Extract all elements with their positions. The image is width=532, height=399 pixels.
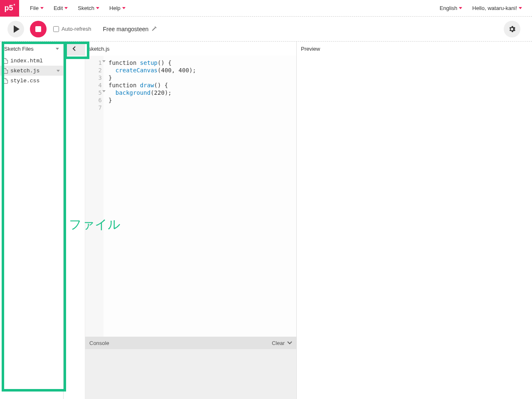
caret-down-icon <box>64 7 68 9</box>
pencil-icon <box>151 26 157 32</box>
code-editor[interactable]: 1234567 function setup() { createCanvas(… <box>85 56 296 337</box>
code-content[interactable]: function setup() { createCanvas(400, 400… <box>103 56 296 337</box>
preview-header: Preview <box>297 42 532 56</box>
logo-text: p5 <box>5 4 13 12</box>
menu-help-label: Help <box>109 5 121 11</box>
editor-tab[interactable]: sketch.js <box>89 46 110 52</box>
play-button[interactable] <box>7 21 24 37</box>
menu-edit-label: Edit <box>54 5 63 11</box>
autorefresh-checkbox[interactable] <box>53 26 59 32</box>
editor-tabbar: sketch.js <box>85 42 296 56</box>
file-name: style.css <box>10 78 39 84</box>
caret-down-icon <box>519 7 522 9</box>
autorefresh-toggle[interactable]: Auto-refresh <box>53 26 91 32</box>
preview-title: Preview <box>301 46 320 52</box>
sidebar: Sketch Files index.htmlsketch.jsstyle.cs… <box>0 42 64 399</box>
console-body[interactable] <box>85 349 296 399</box>
stop-button[interactable] <box>30 21 47 37</box>
menu-sketch-label: Sketch <box>78 5 94 11</box>
menu-help[interactable]: Help <box>104 0 131 17</box>
console-header: Console Clear <box>85 337 296 349</box>
collapse-bar <box>64 42 85 399</box>
menu-file-label: File <box>30 5 39 11</box>
language-label: English <box>440 5 458 11</box>
file-item[interactable]: style.css <box>0 76 63 86</box>
caret-down-icon <box>122 7 126 9</box>
language-menu[interactable]: English <box>435 0 468 17</box>
console-actions: Clear <box>272 340 292 346</box>
file-icon <box>3 58 8 64</box>
user-greeting: Hello, wataru-kani! <box>472 5 517 11</box>
play-icon <box>14 25 20 33</box>
sidebar-header[interactable]: Sketch Files <box>0 42 63 56</box>
caret-down-icon[interactable] <box>57 70 60 72</box>
sidebar-title: Sketch Files <box>4 46 34 52</box>
caret-down-icon <box>96 7 99 9</box>
stop-icon <box>35 26 41 32</box>
settings-button[interactable] <box>504 21 520 37</box>
autorefresh-label: Auto-refresh <box>62 26 91 32</box>
console-clear-button[interactable]: Clear <box>272 340 285 346</box>
topbar-right: English Hello, wataru-kani! <box>435 0 532 17</box>
chevron-left-icon <box>72 46 76 52</box>
menu-sketch[interactable]: Sketch <box>73 0 104 17</box>
menu-file[interactable]: File <box>25 0 49 17</box>
file-icon <box>3 68 8 74</box>
file-list: index.htmlsketch.jsstyle.css <box>0 56 63 399</box>
file-name: index.html <box>10 58 43 64</box>
file-item[interactable]: sketch.js <box>0 66 63 76</box>
topbar: p5* File Edit Sketch Help English Hello,… <box>0 0 532 17</box>
preview-column: Preview <box>297 42 532 399</box>
logo-star: * <box>14 3 15 8</box>
menubar: File Edit Sketch Help <box>25 0 131 17</box>
line-gutter: 1234567 <box>85 56 103 337</box>
collapse-sidebar-button[interactable] <box>64 42 85 56</box>
sketch-name-text: Free mangosteen <box>103 26 149 32</box>
menu-edit[interactable]: Edit <box>49 0 73 17</box>
main: Sketch Files index.htmlsketch.jsstyle.cs… <box>0 42 532 399</box>
console-title: Console <box>89 340 109 346</box>
user-menu[interactable]: Hello, wataru-kani! <box>467 0 527 17</box>
file-name: sketch.js <box>10 68 39 74</box>
caret-down-icon <box>56 48 59 50</box>
chevron-down-icon[interactable] <box>287 341 292 345</box>
sketch-name[interactable]: Free mangosteen <box>103 26 157 32</box>
caret-down-icon <box>459 7 462 9</box>
caret-down-icon <box>40 7 44 9</box>
toolbar: Auto-refresh Free mangosteen <box>0 17 532 42</box>
gear-icon <box>508 25 516 33</box>
editor-column: sketch.js 1234567 function setup() { cre… <box>85 42 297 399</box>
file-item[interactable]: index.html <box>0 56 63 66</box>
file-icon <box>3 78 8 84</box>
logo[interactable]: p5* <box>0 0 19 17</box>
